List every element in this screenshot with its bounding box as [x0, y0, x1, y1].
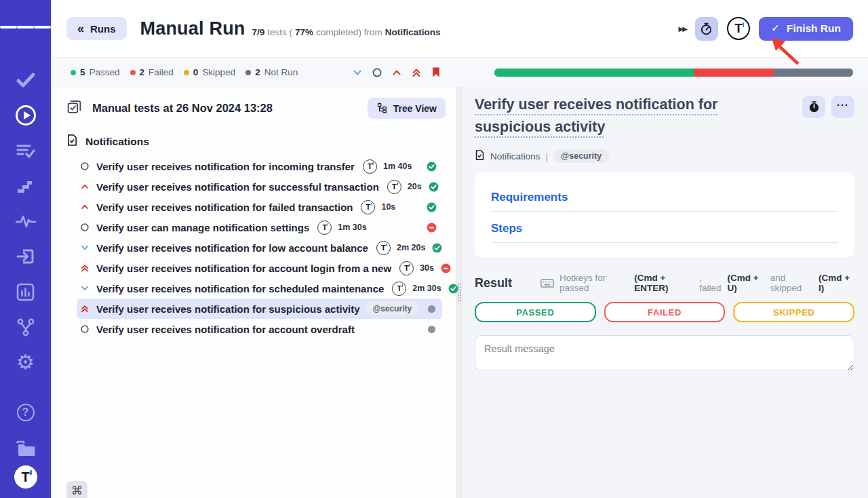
nav-rail: ⚙ ? T	[0, 0, 51, 498]
stopwatch-icon	[699, 22, 713, 36]
import-icon	[16, 248, 35, 265]
keyboard-icon	[540, 278, 554, 288]
testomat-badge-icon: T	[361, 200, 375, 214]
test-tag: @security	[366, 302, 418, 315]
tree-view-button[interactable]: Tree View	[368, 98, 446, 119]
page-title: Manual Run	[140, 18, 245, 39]
source-suite: Notifications	[385, 27, 441, 37]
ellipsis-icon: ···	[837, 102, 849, 113]
filter-priority-highest-icon[interactable]	[411, 67, 422, 78]
test-title: Verify user receives notification for sc…	[96, 283, 384, 294]
testomat-logo[interactable]: T	[727, 17, 750, 40]
run-list-title: Manual tests at 26 Nov 2024 13:28	[92, 102, 273, 115]
breadcrumb: Notifications | @security	[475, 149, 854, 163]
progress-notrun-segment	[774, 69, 853, 77]
filter-priority-none-icon[interactable]	[372, 67, 382, 78]
test-title: Verify user receives notification for su…	[96, 181, 379, 193]
back-to-runs-button[interactable]: « Runs	[66, 17, 127, 40]
stopwatch-solid-icon	[808, 100, 821, 113]
help-icon: ?	[17, 404, 35, 421]
test-status-icon	[420, 223, 437, 233]
sidebar-item-test-plans[interactable]	[0, 133, 51, 168]
test-title: Verify user receives notification for su…	[96, 303, 359, 315]
suite-header[interactable]: Notifications	[51, 123, 456, 155]
run-summary: 7/9 tests ( 77% completed) from Notifica…	[252, 20, 441, 37]
testomat-badge-icon: T	[387, 180, 401, 194]
tests-ratio: 7/9	[252, 27, 265, 37]
test-status-icon	[434, 263, 451, 273]
test-row[interactable]: Verify user receives notification for in…	[77, 156, 442, 176]
check-icon: ✓	[771, 22, 780, 35]
passed-stat: 5Passed	[71, 67, 120, 77]
testomat-badge-icon: T	[392, 282, 406, 296]
sidebar-item-analytics[interactable]	[0, 274, 51, 309]
sidebar-item-settings[interactable]: ⚙	[0, 345, 51, 380]
test-row[interactable]: Verify user receives notification for ac…	[77, 258, 442, 278]
sidebar-item-files[interactable]	[0, 430, 51, 465]
test-row[interactable]: Verify user receives notification for lo…	[77, 237, 442, 258]
requirements-link[interactable]: Requirements	[491, 191, 838, 212]
testomat-badge-icon: T	[363, 159, 377, 174]
command-key-hint: ⌘	[66, 481, 87, 498]
sidebar-item-import[interactable]	[0, 239, 51, 274]
result-message-input[interactable]	[475, 335, 854, 371]
status-bar: 5Passed 2Failed 0Skipped 2Not Run	[51, 58, 868, 87]
gear-icon: ⚙	[16, 352, 35, 372]
page-header: « Runs Manual Run 7/9 tests ( 77% comple…	[51, 0, 868, 58]
test-title: Verify user receives notification for ac…	[96, 324, 355, 335]
filter-priority-low-icon[interactable]	[352, 67, 363, 78]
clipboard-check-icon	[66, 99, 82, 117]
command-icon: ⌘	[71, 484, 83, 497]
breadcrumb-suite[interactable]: Notifications	[490, 151, 540, 161]
security-tag-badge[interactable]: @security	[553, 149, 609, 163]
hotkeys-hint: Hotkeys for passed(Cmd + ENTER), failed(…	[540, 273, 854, 293]
failed-dot-icon	[130, 70, 136, 75]
test-title: Verify user receives notification for lo…	[96, 242, 368, 254]
menu-icon[interactable]	[0, 9, 51, 45]
brand-logo[interactable]: T	[14, 465, 37, 489]
priority-icon	[80, 304, 90, 313]
timer-button[interactable]	[695, 17, 718, 41]
pulse-icon	[16, 214, 36, 229]
testomat-badge-icon: T	[399, 261, 414, 275]
completed-percent: 77%	[295, 27, 313, 37]
test-row[interactable]: Verify user receives notification for fa…	[77, 197, 442, 217]
passed-button[interactable]: PASSED	[475, 302, 596, 322]
notrun-dot-icon	[245, 70, 251, 75]
test-list-panel: Manual tests at 26 Nov 2024 13:28 Tree V…	[51, 87, 456, 498]
double-chevron-left-icon: «	[77, 22, 84, 36]
test-row[interactable]: Verify user receives notification for sc…	[77, 278, 442, 299]
priority-icon	[80, 223, 90, 232]
skipped-button[interactable]: SKIPPED	[733, 302, 854, 322]
check-icon	[16, 72, 36, 88]
fast-forward-icon[interactable]: ▶▶	[679, 25, 686, 33]
test-row-selected[interactable]: Verify user receives notification for su…	[77, 299, 442, 319]
more-actions-button[interactable]: ···	[831, 96, 854, 118]
suite-file-icon	[66, 134, 78, 149]
failed-button[interactable]: FAILED	[604, 302, 726, 322]
result-header: Result Hotkeys for passed(Cmd + ENTER), …	[475, 273, 854, 293]
testomat-badge-icon: T	[317, 221, 332, 235]
sidebar-item-runs[interactable]	[0, 98, 51, 133]
test-row[interactable]: Verify user receives notification for su…	[77, 176, 442, 197]
test-row[interactable]: Verify user can manage notification sett…	[77, 217, 442, 237]
test-row[interactable]: Verify user receives notification for ac…	[77, 319, 442, 339]
filter-priority-high-icon[interactable]	[391, 67, 402, 78]
failed-stat: 2Failed	[130, 67, 174, 77]
priority-icon	[80, 284, 90, 293]
list-check-icon	[16, 142, 35, 159]
finish-run-button[interactable]: ✓ Finish Run	[759, 17, 853, 41]
sidebar-item-help[interactable]: ?	[0, 395, 51, 430]
detail-timer-button[interactable]	[802, 96, 825, 118]
tree-icon	[376, 102, 388, 115]
sidebar-item-branches[interactable]	[0, 309, 51, 345]
sidebar-item-tests[interactable]	[0, 62, 51, 98]
test-status-icon	[422, 182, 439, 192]
file-icon	[475, 149, 485, 163]
test-status-icon	[425, 243, 442, 253]
test-detail-title[interactable]: Verify user receives notification for su…	[475, 94, 795, 138]
sidebar-item-pulse[interactable]	[0, 204, 51, 239]
steps-link[interactable]: Steps	[491, 222, 838, 243]
filter-bookmark-icon[interactable]	[431, 66, 441, 78]
sidebar-item-steps[interactable]	[0, 168, 51, 204]
